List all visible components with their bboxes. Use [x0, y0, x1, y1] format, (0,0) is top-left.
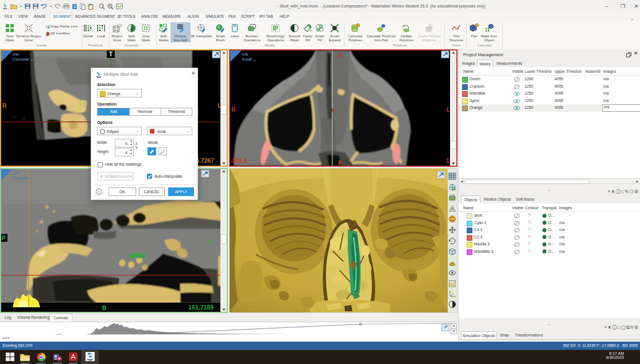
- svg-text:e/a: e/a: [13, 52, 19, 57]
- svg-text:P: P: [2, 235, 6, 241]
- svg-text:A: A: [208, 239, 212, 245]
- svg-text:Coronal ⌄: Coronal ⌄: [13, 57, 34, 62]
- svg-text:T: T: [109, 51, 113, 57]
- svg-text:n/a: n/a: [242, 52, 249, 57]
- svg-text:A: A: [338, 52, 342, 58]
- svg-text:Sagittal ⌄: Sagittal ⌄: [13, 175, 33, 181]
- svg-text:Axial ⌄: Axial ⌄: [242, 57, 257, 62]
- svg-text:n/a: n/a: [13, 170, 20, 175]
- svg-text:161.7189: 161.7189: [188, 304, 214, 311]
- svg-text:P: P: [338, 160, 342, 166]
- svg-text:R: R: [231, 107, 236, 113]
- svg-text:3: 3: [73, 5, 76, 9]
- svg-text:L: L: [447, 107, 450, 113]
- svg-text:R: R: [2, 103, 7, 109]
- svg-text:-581.5: -581.5: [231, 158, 247, 164]
- svg-text:A: A: [451, 207, 454, 211]
- svg-text:B: B: [102, 305, 106, 311]
